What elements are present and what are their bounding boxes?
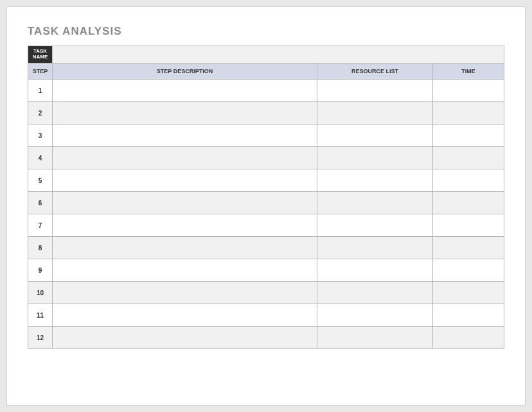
time-cell[interactable]	[433, 304, 504, 326]
resource-list-cell[interactable]	[317, 102, 433, 124]
time-cell[interactable]	[433, 192, 504, 214]
header-step: STEP	[28, 64, 53, 79]
table-row: 1	[28, 79, 504, 101]
task-name-label: TASK NAME	[28, 46, 53, 63]
step-number: 3	[28, 124, 53, 146]
table-row: 2	[28, 101, 504, 124]
step-number: 7	[28, 214, 53, 236]
time-cell[interactable]	[433, 169, 504, 191]
step-description-cell[interactable]	[53, 124, 317, 146]
header-time: TIME	[433, 64, 504, 79]
header-resource: RESOURCE LIST	[317, 64, 433, 79]
resource-list-cell[interactable]	[317, 80, 433, 101]
step-number: 10	[28, 282, 53, 304]
step-description-cell[interactable]	[53, 304, 317, 326]
step-description-cell[interactable]	[53, 327, 317, 348]
time-cell[interactable]	[433, 237, 504, 259]
step-description-cell[interactable]	[53, 80, 317, 101]
step-description-cell[interactable]	[53, 147, 317, 169]
document-page: TASK ANALYSIS TASK NAME STEP STEP DESCRI…	[6, 6, 526, 406]
step-description-cell[interactable]	[53, 237, 317, 259]
step-description-cell[interactable]	[53, 259, 317, 281]
table-row: 5	[28, 169, 504, 191]
step-number: 11	[28, 304, 53, 326]
step-number: 5	[28, 169, 53, 191]
time-cell[interactable]	[433, 147, 504, 169]
time-cell[interactable]	[433, 80, 504, 101]
step-description-cell[interactable]	[53, 102, 317, 124]
resource-list-cell[interactable]	[317, 147, 433, 169]
table-row: 4	[28, 146, 504, 169]
table-row: 9	[28, 259, 504, 281]
resource-list-cell[interactable]	[317, 282, 433, 304]
resource-list-cell[interactable]	[317, 169, 433, 191]
resource-list-cell[interactable]	[317, 304, 433, 326]
resource-list-cell[interactable]	[317, 192, 433, 214]
step-number: 12	[28, 327, 53, 348]
table-row: 11	[28, 304, 504, 326]
table-row: 8	[28, 236, 504, 259]
table-row: 6	[28, 191, 504, 214]
resource-list-cell[interactable]	[317, 327, 433, 348]
step-number: 9	[28, 259, 53, 281]
resource-list-cell[interactable]	[317, 124, 433, 146]
resource-list-cell[interactable]	[317, 214, 433, 236]
step-number: 2	[28, 102, 53, 124]
table-row: 3	[28, 124, 504, 146]
task-name-row: TASK NAME	[28, 46, 504, 63]
time-cell[interactable]	[433, 102, 504, 124]
table-row: 10	[28, 281, 504, 304]
time-cell[interactable]	[433, 214, 504, 236]
task-analysis-table: TASK NAME STEP STEP DESCRIPTION RESOURCE…	[28, 46, 504, 349]
header-description: STEP DESCRIPTION	[53, 64, 317, 79]
step-description-cell[interactable]	[53, 214, 317, 236]
table-row: 12	[28, 326, 504, 348]
step-number: 8	[28, 237, 53, 259]
task-name-input[interactable]	[53, 46, 504, 63]
time-cell[interactable]	[433, 282, 504, 304]
step-description-cell[interactable]	[53, 169, 317, 191]
resource-list-cell[interactable]	[317, 237, 433, 259]
table-row: 7	[28, 214, 504, 236]
time-cell[interactable]	[433, 327, 504, 348]
time-cell[interactable]	[433, 124, 504, 146]
step-description-cell[interactable]	[53, 192, 317, 214]
page-title: TASK ANALYSIS	[28, 25, 504, 38]
time-cell[interactable]	[433, 259, 504, 281]
step-number: 6	[28, 192, 53, 214]
step-description-cell[interactable]	[53, 282, 317, 304]
header-row: STEP STEP DESCRIPTION RESOURCE LIST TIME	[28, 63, 504, 79]
step-number: 4	[28, 147, 53, 169]
resource-list-cell[interactable]	[317, 259, 433, 281]
step-number: 1	[28, 80, 53, 101]
